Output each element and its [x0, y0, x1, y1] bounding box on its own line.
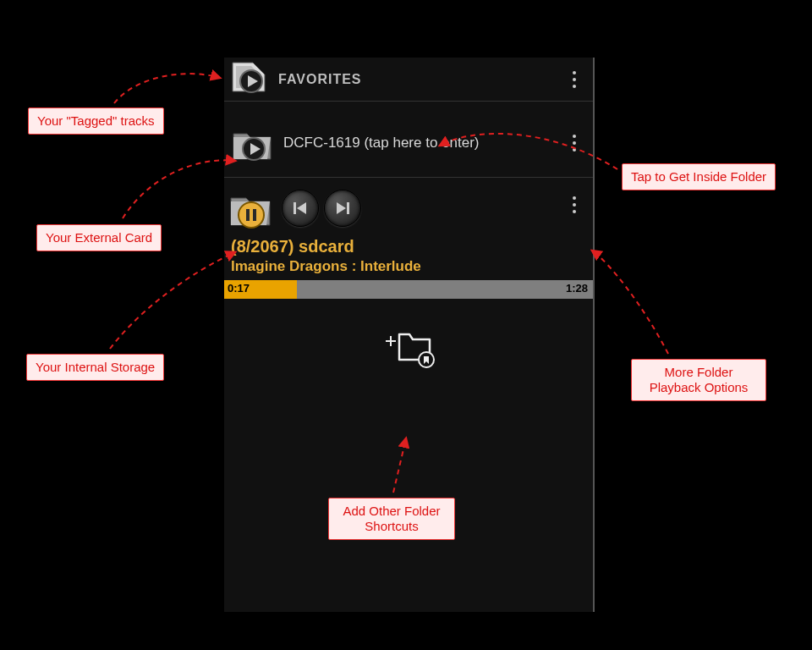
- track-counter: (8/2067) sdcard: [231, 237, 586, 256]
- callout-tagged: Your "Tagged" tracks: [28, 107, 164, 135]
- now-playing-menu-button[interactable]: [566, 188, 583, 222]
- favorites-row[interactable]: FAVORITES: [224, 58, 593, 102]
- next-track-button[interactable]: [324, 190, 361, 227]
- favorites-label: FAVORITES: [278, 72, 362, 87]
- favorites-menu-button[interactable]: [566, 63, 583, 96]
- progress-bar[interactable]: 0:17 1:28: [224, 280, 593, 299]
- elapsed-time: 0:17: [228, 282, 250, 295]
- now-playing-section: (8/2067) sdcard Imagine Dragons : Interl…: [224, 178, 593, 368]
- total-time: 1:28: [566, 282, 588, 295]
- svg-rect-8: [253, 209, 256, 221]
- callout-external: Your External Card: [36, 224, 162, 251]
- tagged-tracks-icon[interactable]: [224, 58, 275, 102]
- folder-label: DCFC-1619 (tap here to enter): [283, 135, 480, 151]
- svg-marker-11: [337, 202, 346, 214]
- folder-play-icon[interactable]: [224, 122, 283, 164]
- add-folder-shortcut-button[interactable]: [379, 322, 438, 368]
- callout-more-options: More Folder Playback Options: [631, 359, 766, 401]
- svg-rect-7: [246, 209, 250, 221]
- svg-marker-10: [297, 202, 306, 214]
- callout-internal: Your Internal Storage: [26, 354, 164, 381]
- folder-menu-button[interactable]: [566, 126, 583, 160]
- callout-inside: Tap to Get Inside Folder: [622, 163, 776, 190]
- svg-rect-9: [294, 202, 296, 214]
- callout-add-shortcut: Add Other Folder Shortcuts: [328, 498, 455, 540]
- current-folder-pause-icon[interactable]: [226, 186, 277, 230]
- previous-track-button[interactable]: [282, 190, 319, 227]
- folder-row[interactable]: DCFC-1619 (tap here to enter): [224, 102, 593, 178]
- svg-point-6: [239, 202, 264, 228]
- svg-rect-12: [347, 202, 349, 214]
- track-title: Imagine Dragons : Interlude: [231, 258, 586, 275]
